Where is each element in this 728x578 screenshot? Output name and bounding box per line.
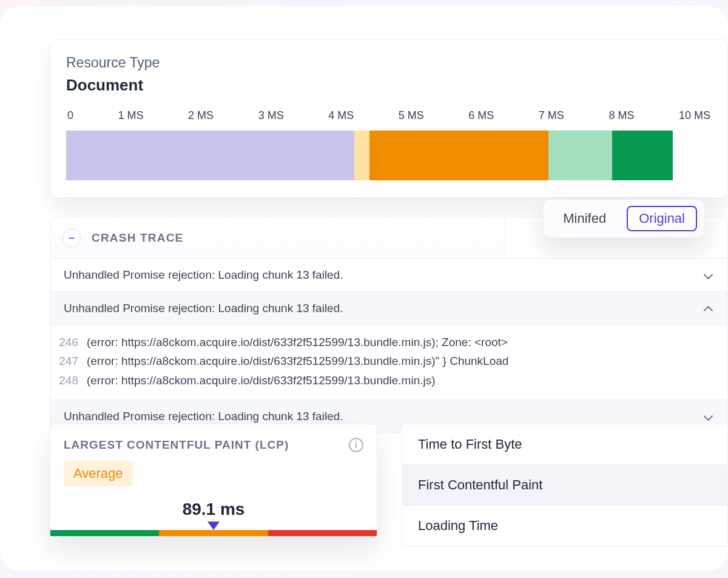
timeline-tick: 5 MS — [399, 109, 424, 122]
code-line: 248(error: https://a8ckom.acquire.io/dis… — [54, 371, 714, 390]
lcp-value: 89.1 ms — [64, 500, 363, 519]
chevron-down-icon — [703, 270, 714, 280]
timeline-ticks: 01 MS2 MS3 MS4 MS5 MS6 MS7 MS8 MS10 MS — [66, 109, 712, 122]
timeline-tick: 1 MS — [118, 109, 144, 122]
collapse-button[interactable]: − — [62, 229, 81, 247]
timeline-segment — [354, 131, 369, 180]
code-line: 246(error: https://a8ckom.acquire.io/dis… — [54, 333, 714, 352]
code-text: (error: https://a8ckom.acquire.io/dist/6… — [87, 333, 508, 352]
metric-load[interactable]: Loading Time — [402, 506, 727, 546]
timeline-segment — [612, 131, 673, 180]
lcp-marker-icon — [207, 522, 220, 530]
crash-row-2-text: Unhandled Promise rejection: Loading chu… — [54, 302, 343, 315]
metrics-list: Time to First Byte First Contentful Pain… — [402, 424, 728, 546]
timeline-tick: 3 MS — [258, 109, 284, 122]
timeline-tick: 8 MS — [608, 109, 634, 122]
resource-type-value: Document — [66, 76, 712, 95]
crash-row-1-text: Unhandled Promise rejection: Loading chu… — [64, 268, 343, 282]
timeline-tick: 7 MS — [539, 109, 564, 122]
lcp-card: LARGEST CONTENTFUL PAINT (LCP) i Average… — [50, 424, 377, 537]
toggle-minified[interactable]: Minifed — [551, 206, 618, 231]
lcp-title: LARGEST CONTENTFUL PAINT (LCP) — [64, 438, 289, 452]
timeline-tick: 2 MS — [188, 109, 214, 122]
crash-row-1[interactable]: Unhandled Promise rejection: Loading chu… — [50, 258, 727, 291]
code-line: 247(error: https://a8ckom.acquire.io/dis… — [54, 352, 714, 370]
stage: Resource Type Document 01 MS2 MS3 MS4 MS… — [0, 6, 728, 571]
timeline-segment — [66, 131, 354, 180]
timeline-bar — [66, 131, 673, 180]
metric-ttfb[interactable]: Time to First Byte — [402, 424, 727, 465]
source-toggle: Minifed Original — [543, 199, 705, 238]
metric-fcp[interactable]: First Contentful Paint — [402, 465, 727, 506]
crash-code: 246(error: https://a8ckom.acquire.io/dis… — [50, 325, 727, 399]
timeline-segment — [548, 131, 612, 180]
timeline-segment — [369, 131, 548, 180]
timeline-tick: 0 — [67, 109, 73, 122]
crash-row-3-text: Unhandled Promise rejection: Loading chu… — [64, 410, 343, 423]
info-icon[interactable]: i — [349, 438, 363, 452]
crash-row-2[interactable]: Unhandled Promise rejection: Loading chu… — [50, 291, 727, 325]
scale-good — [50, 530, 159, 536]
code-text: (error: https://a8ckom.acquire.io/dist/6… — [87, 371, 436, 390]
line-number: 248 — [54, 371, 78, 390]
chevron-down-icon — [703, 411, 714, 422]
chevron-up-icon — [703, 303, 714, 314]
timeline-tick: 6 MS — [468, 109, 494, 122]
timeline-tick: 10 MS — [679, 109, 710, 122]
resource-type-label: Resource Type — [66, 55, 712, 71]
resource-card: Resource Type Document 01 MS2 MS3 MS4 MS… — [50, 39, 728, 198]
line-number: 247 — [54, 352, 78, 370]
scale-poor — [268, 530, 377, 536]
crash-trace-panel: − CRASH TRACE Unhandled Promise rejectio… — [50, 217, 728, 433]
lcp-badge: Average — [64, 461, 133, 486]
code-text: (error: https://a8ckom.acquire.io/dist/6… — [87, 352, 508, 370]
scale-avg — [159, 530, 268, 536]
line-number: 246 — [54, 333, 78, 352]
lcp-scale — [50, 530, 377, 536]
timeline-tick: 4 MS — [328, 109, 354, 122]
toggle-original[interactable]: Original — [627, 206, 697, 231]
crash-trace-title: CRASH TRACE — [92, 231, 183, 245]
